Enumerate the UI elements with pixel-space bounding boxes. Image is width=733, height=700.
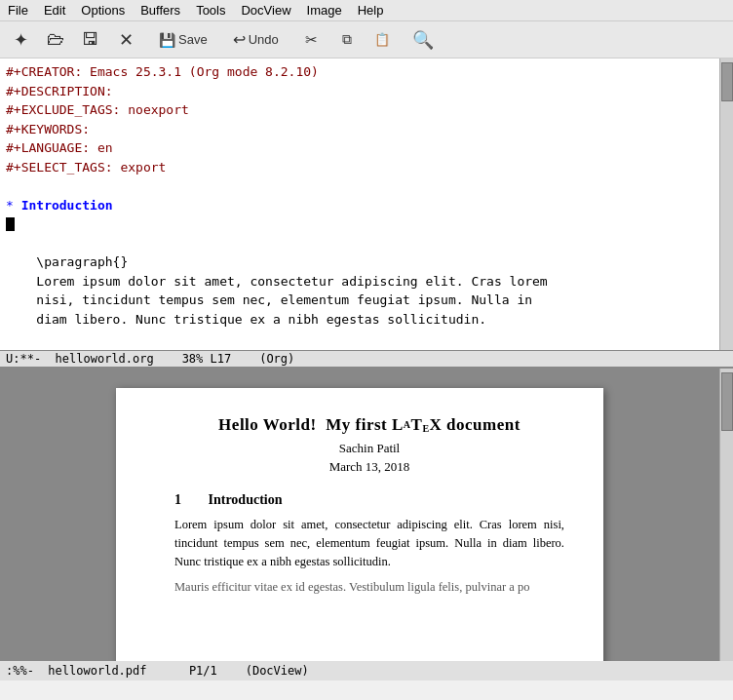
toolbar: ✦ 🗁 🖫 ✕ 💾 Save ↩ Undo ✂ ⧉ 📋 🔍 <box>0 21 733 58</box>
docview-scrollbar-thumb[interactable] <box>721 372 733 431</box>
open-button[interactable]: 🗁 <box>39 24 72 56</box>
editor-line-para1: \paragraph{} <box>6 253 727 272</box>
editor-line-creator: #+CREATOR: Emacs 25.3.1 (Org mode 8.2.10… <box>6 62 727 82</box>
copy-button[interactable]: ⧉ <box>330 24 364 56</box>
docview-pane[interactable]: Hello World! My first LATEX document Sac… <box>0 369 733 661</box>
docview-status-page: P1/1 <box>189 664 217 678</box>
editor-line-keywords: #+KEYWORDS: <box>6 120 727 139</box>
editor-content: #+CREATOR: Emacs 25.3.1 (Org mode 8.2.10… <box>0 58 733 351</box>
editor-line-para2: \paragraph{} <box>6 348 727 352</box>
pdf-body2: Mauris efficitur vitae ex id egestas. Ve… <box>174 578 564 597</box>
menu-buffers[interactable]: Buffers <box>133 1 188 19</box>
new-icon: ✦ <box>14 29 28 51</box>
menu-edit[interactable]: Edit <box>36 1 73 19</box>
save-button[interactable]: 💾 Save <box>150 24 216 56</box>
editor-line-exclude: #+EXCLUDE_TAGS: noexport <box>6 100 727 120</box>
menu-image[interactable]: Image <box>299 1 350 19</box>
editor-status-line: L17 <box>211 352 232 366</box>
docview-status-mode: :%%- <box>6 664 34 678</box>
cut-icon: ✂ <box>305 31 318 49</box>
menu-docview[interactable]: DocView <box>233 1 298 19</box>
pdf-section-num: 1 <box>174 492 181 507</box>
editor-scrollbar[interactable] <box>719 58 733 350</box>
editor-line-text3: diam libero. Nunc tristique ex a nibh eg… <box>6 310 727 330</box>
editor-line-description: #+DESCRIPTION: <box>6 82 727 101</box>
editor-line-cursor <box>6 214 727 234</box>
editor-status-filename: helloworld.org <box>56 352 154 366</box>
open-folder-icon: 🗁 <box>47 29 64 50</box>
undo-label: Undo <box>249 32 279 47</box>
cut-button[interactable]: ✂ <box>295 24 328 56</box>
copy-icon: ⧉ <box>342 31 352 48</box>
paste-icon: 📋 <box>374 32 390 47</box>
pdf-section-title: Introduction <box>209 492 283 507</box>
new-button[interactable]: ✦ <box>4 24 37 56</box>
editor-scrollbar-thumb[interactable] <box>721 62 733 101</box>
docview-content: Hello World! My first LATEX document Sac… <box>0 369 719 661</box>
close-buffer-button[interactable]: ✕ <box>109 24 142 56</box>
menu-help[interactable]: Help <box>350 1 392 19</box>
pdf-page: Hello World! My first LATEX document Sac… <box>116 388 603 661</box>
editor-status-percent: 38% <box>182 352 204 366</box>
docview-scrollbar[interactable] <box>719 369 733 661</box>
undo-icon: ↩ <box>233 30 246 49</box>
pdf-author: Sachin Patil <box>174 441 564 456</box>
editor-line-blank1 <box>6 176 727 196</box>
editor-pane[interactable]: #+CREATOR: Emacs 25.3.1 (Org mode 8.2.10… <box>0 58 733 351</box>
search-button[interactable]: 🔍 <box>406 24 440 56</box>
pdf-section: 1 Introduction <box>174 492 564 508</box>
editor-status-mode: U:**- <box>6 352 41 366</box>
editor-status-bar: U:**- helloworld.org 38% L17 (Org) <box>0 351 733 369</box>
menu-file[interactable]: File <box>0 1 36 19</box>
editor-line-language: #+LANGUAGE: en <box>6 138 727 158</box>
editor-line-blank3 <box>6 329 727 348</box>
pdf-date: March 13, 2018 <box>174 459 564 475</box>
save-file-icon: 🖫 <box>82 29 99 50</box>
docview-status-bar: :%%- helloworld.pdf P1/1 (DocView) <box>0 661 733 681</box>
save-label: Save <box>178 32 208 47</box>
docview-status-major-mode: (DocView) <box>246 664 309 678</box>
menu-bar: File Edit Options Buffers Tools DocView … <box>0 0 733 21</box>
docview-status-filename: helloworld.pdf <box>48 664 146 678</box>
editor-line-text2: nisi, tincidunt tempus sem nec, elementu… <box>6 291 727 310</box>
pdf-body1: Lorem ipsum dolor sit amet, consectetur … <box>174 516 564 570</box>
paste-button[interactable]: 📋 <box>366 24 399 56</box>
search-icon: 🔍 <box>412 29 434 51</box>
close-icon: ✕ <box>119 29 134 51</box>
editor-line-heading: * Introduction <box>6 196 727 215</box>
undo-button[interactable]: ↩ Undo <box>224 24 288 56</box>
menu-options[interactable]: Options <box>73 1 133 19</box>
editor-line-select: #+SELECT_TAGS: export <box>6 158 727 177</box>
menu-tools[interactable]: Tools <box>188 1 233 19</box>
save-file-button[interactable]: 🖫 <box>74 24 107 56</box>
editor-line-text1: Lorem ipsum dolor sit amet, consectetur … <box>6 272 727 292</box>
editor-line-blank2 <box>6 234 727 253</box>
pdf-title: Hello World! My first LATEX document <box>174 415 564 435</box>
save-floppy-icon: 💾 <box>159 32 175 48</box>
editor-status-major-mode: (Org) <box>259 352 294 366</box>
